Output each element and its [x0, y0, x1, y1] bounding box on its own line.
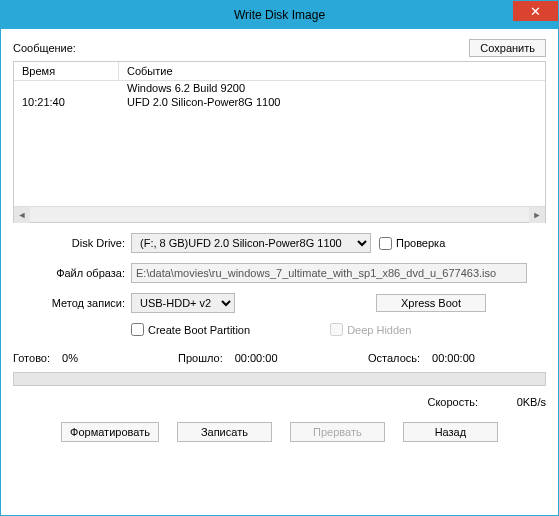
create-boot-checkbox[interactable] — [131, 323, 144, 336]
horizontal-scrollbar[interactable]: ◄ ► — [14, 206, 545, 222]
log-cell-event: Windows 6.2 Build 9200 — [119, 81, 545, 95]
verify-checkbox[interactable] — [379, 237, 392, 250]
speed-value: 0KB/s — [496, 396, 546, 408]
verify-checkbox-wrap[interactable]: Проверка — [379, 237, 445, 250]
create-boot-label: Create Boot Partition — [148, 324, 250, 336]
log-body: Windows 6.2 Build 9200 10:21:40 UFD 2.0 … — [14, 81, 545, 206]
deep-hidden-checkbox-wrap: Deep Hidden — [330, 323, 411, 336]
verify-label: Проверка — [396, 237, 445, 249]
deep-hidden-checkbox — [330, 323, 343, 336]
write-button[interactable]: Записать — [177, 422, 272, 442]
window-title: Write Disk Image — [1, 8, 558, 22]
log-row[interactable]: Windows 6.2 Build 9200 — [14, 81, 545, 95]
titlebar: Write Disk Image ✕ — [1, 1, 558, 29]
log-col-time[interactable]: Время — [14, 62, 119, 80]
abort-button: Прервать — [290, 422, 385, 442]
log-cell-event: UFD 2.0 Silicon-Power8G 1100 — [119, 95, 545, 109]
write-method-label: Метод записи: — [13, 297, 131, 309]
log-row[interactable]: 10:21:40 UFD 2.0 Silicon-Power8G 1100 — [14, 95, 545, 109]
xpress-boot-button[interactable]: Xpress Boot — [376, 294, 486, 312]
progress-bar — [13, 372, 546, 386]
disk-drive-label: Disk Drive: — [13, 237, 131, 249]
remain-label: Осталось: — [368, 352, 420, 364]
scroll-left-icon[interactable]: ◄ — [14, 207, 30, 223]
log-cell-time: 10:21:40 — [14, 95, 119, 109]
message-label: Сообщение: — [13, 42, 469, 54]
deep-hidden-label: Deep Hidden — [347, 324, 411, 336]
remain-value: 00:00:00 — [432, 352, 475, 364]
close-button[interactable]: ✕ — [513, 1, 558, 21]
speed-label: Скорость: — [427, 396, 478, 408]
elapsed-value: 00:00:00 — [235, 352, 278, 364]
scroll-right-icon[interactable]: ► — [529, 207, 545, 223]
disk-drive-select[interactable]: (F:, 8 GB)UFD 2.0 Silicon-Power8G 1100 — [131, 233, 371, 253]
log-header: Время Событие — [14, 62, 545, 81]
log-col-event[interactable]: Событие — [119, 62, 545, 80]
image-file-field[interactable] — [131, 263, 527, 283]
save-log-button[interactable]: Сохранить — [469, 39, 546, 57]
window: Write Disk Image ✕ Сообщение: Сохранить … — [0, 0, 559, 516]
content-area: Сообщение: Сохранить Время Событие Windo… — [1, 29, 558, 515]
create-boot-checkbox-wrap[interactable]: Create Boot Partition — [131, 323, 250, 336]
ready-label: Готово: — [13, 352, 50, 364]
log-cell-time — [14, 81, 119, 95]
ready-value: 0% — [62, 352, 78, 364]
write-method-select[interactable]: USB-HDD+ v2 — [131, 293, 235, 313]
format-button[interactable]: Форматировать — [61, 422, 159, 442]
close-icon: ✕ — [530, 4, 541, 19]
image-file-label: Файл образа: — [13, 267, 131, 279]
log-list: Время Событие Windows 6.2 Build 9200 10:… — [13, 61, 546, 223]
back-button[interactable]: Назад — [403, 422, 498, 442]
elapsed-label: Прошло: — [178, 352, 223, 364]
